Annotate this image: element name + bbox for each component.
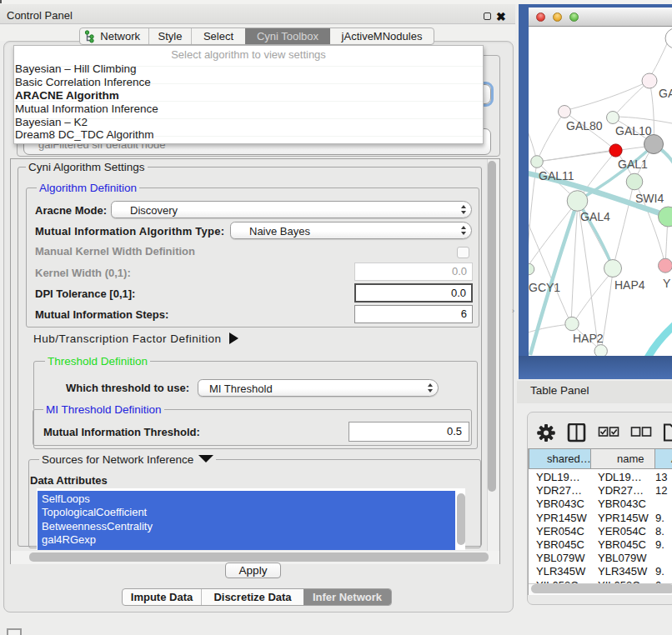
svg-text:GAL: GAL [659, 87, 672, 100]
svg-text:GAL80: GAL80 [566, 119, 603, 132]
svg-text:GAL10: GAL10 [615, 124, 652, 138]
svg-text:Y: Y [663, 277, 671, 290]
svg-text:HAP4: HAP4 [614, 278, 645, 292]
svg-text:GAL4: GAL4 [580, 210, 610, 223]
svg-text:GCY1: GCY1 [529, 281, 560, 294]
svg-text:GAL11: GAL11 [539, 169, 574, 182]
svg-text:HAP2: HAP2 [573, 332, 604, 345]
svg-text:SWI4: SWI4 [635, 192, 664, 205]
svg-text:GAL1: GAL1 [618, 158, 648, 171]
